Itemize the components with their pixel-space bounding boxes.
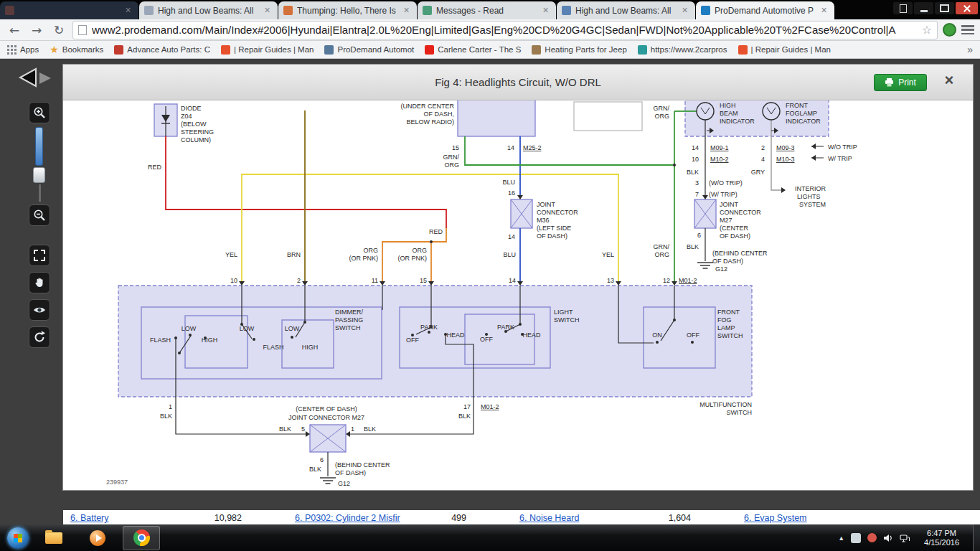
reload-button[interactable]: ↻ <box>50 22 67 39</box>
viewer-close-button[interactable]: × <box>941 72 957 88</box>
tab-favicon <box>144 6 154 15</box>
result-link[interactable]: 6. Evap System <box>744 513 807 524</box>
bookmark-label: Apps <box>20 45 39 54</box>
bookmark-item[interactable]: | Repair Guides | Man <box>221 45 314 55</box>
extension-icon[interactable] <box>943 23 956 37</box>
result-link[interactable]: 6. P0302: Cylinder 2 Misfir <box>295 513 400 524</box>
result-column: 6. Evap System <box>737 510 961 524</box>
bookmark-label: Carlene Carter - The S <box>438 45 521 54</box>
browser-tab[interactable]: High and Low Beams: All× <box>557 1 695 19</box>
close-icon <box>963 4 971 13</box>
refresh-button[interactable] <box>29 326 50 348</box>
blank-component-box <box>574 102 642 131</box>
result-link[interactable]: 6. Battery <box>70 513 109 524</box>
browser-tab[interactable]: Thumping: Hello, There Is× <box>278 1 417 19</box>
tray-app-icon-1[interactable] <box>851 533 861 543</box>
tray-app-icon-2[interactable] <box>867 533 877 542</box>
eye-icon <box>32 303 47 317</box>
minimize-button[interactable] <box>914 2 933 14</box>
connector-link[interactable]: M01-2 <box>679 277 697 284</box>
bookmark-item[interactable]: Carlene Carter - The S <box>425 45 521 55</box>
diagram-label: SYSTEM <box>799 201 826 208</box>
window-page-icon[interactable] <box>893 2 913 14</box>
diagram-label: 6 <box>697 232 701 239</box>
wiring-diagram[interactable]: DIODEZ04(BELOWSTEERINGCOLUMN)RED(UNDER C… <box>63 100 973 490</box>
zoom-slider-thumb[interactable] <box>33 167 45 183</box>
taskbar-chrome-button[interactable] <box>123 526 160 550</box>
diagram-label: YEL <box>225 251 237 258</box>
tab-title: Messages - Read <box>436 6 540 16</box>
connector-link[interactable]: M01-2 <box>481 403 499 410</box>
bookmark-item[interactable]: Advance Auto Parts: C <box>114 45 210 55</box>
tab-close-icon[interactable]: × <box>262 5 273 16</box>
diagram-label: (W/O TRIP) <box>709 179 743 187</box>
diagram-label: BELOW RADIO) <box>406 118 454 126</box>
fit-to-screen-button[interactable] <box>29 245 50 266</box>
diagram-label: FLASH <box>263 344 283 351</box>
highlight-button[interactable] <box>29 299 50 321</box>
tab-favicon <box>423 6 432 15</box>
desktop: ×High and Low Beams: All×Thumping: Hello… <box>0 0 980 551</box>
bookmark-item[interactable]: ProDemand Automot <box>324 45 414 55</box>
network-icon[interactable] <box>900 533 910 543</box>
url-text: www2.prodemand.com/Main/Index#2006|Hyund… <box>92 24 917 36</box>
forward-button[interactable]: → <box>28 22 45 39</box>
taskbar-clock[interactable]: 6:47 PM 4/15/2016 <box>917 529 966 547</box>
tab-close-icon[interactable]: × <box>540 5 551 16</box>
bookmark-star-icon[interactable]: ☆ <box>922 23 932 37</box>
diagram-label: INDICATOR <box>720 118 755 125</box>
browser-menu-icon[interactable] <box>961 25 974 34</box>
pan-button[interactable] <box>29 272 50 293</box>
tab-close-icon[interactable]: × <box>401 5 412 16</box>
bookmark-item[interactable]: | Repair Guides | Man <box>738 45 831 55</box>
tab-close-icon[interactable]: × <box>819 5 829 16</box>
browser-tab[interactable]: Messages - Read× <box>418 1 556 19</box>
diagram-label: FOGLAMP <box>786 110 817 117</box>
wire-arrow <box>616 281 621 286</box>
connector-link[interactable]: M10-3 <box>776 156 795 163</box>
result-link[interactable]: 6. Noise Heard <box>519 513 579 524</box>
tab-close-icon[interactable]: × <box>679 5 690 16</box>
browser-tab[interactable]: High and Low Beams: All× <box>139 1 278 19</box>
wire-arrow <box>811 155 816 161</box>
diagram-label: 7 <box>695 191 699 198</box>
diagram-label: HEAD <box>522 331 541 339</box>
junction-dot <box>673 164 676 166</box>
zoom-out-button[interactable] <box>29 204 50 226</box>
diagram-label: INTERIOR <box>795 185 826 192</box>
maximize-button[interactable] <box>935 2 954 14</box>
bookmark-item[interactable]: ★Bookmarks <box>50 45 103 55</box>
hidden-icons-chevron[interactable]: ▲ <box>838 534 844 542</box>
taskbar-media-player-button[interactable] <box>79 526 116 550</box>
taskbar-explorer-button[interactable] <box>35 526 72 550</box>
bookmark-item[interactable]: https://www.2carpros <box>638 45 727 55</box>
browser-tab[interactable]: ProDemand Automotive P× <box>696 1 834 19</box>
connector-link[interactable]: M09-3 <box>776 144 795 151</box>
address-bar[interactable]: www2.prodemand.com/Main/Index#2006|Hyund… <box>72 21 938 39</box>
prev-figure-arrow[interactable] <box>20 69 36 86</box>
show-desktop-button[interactable] <box>973 524 980 551</box>
connector-link[interactable]: M09-1 <box>710 144 729 151</box>
connector-link[interactable]: M25-2 <box>523 144 542 151</box>
close-button[interactable] <box>956 2 978 14</box>
bookmarks-overflow-icon[interactable]: » <box>967 44 973 55</box>
volume-icon[interactable] <box>883 533 893 543</box>
tab-close-icon[interactable]: × <box>123 5 133 16</box>
bookmark-item[interactable]: Apps <box>7 45 39 55</box>
zoom-slider-track <box>39 184 41 202</box>
wire-arrow <box>702 195 708 199</box>
diagram-label: LOW <box>182 325 197 332</box>
zoom-in-button[interactable] <box>29 102 50 123</box>
print-button[interactable]: Print <box>874 74 927 91</box>
bookmark-item[interactable]: Heating Parts for Jeep <box>532 45 626 55</box>
browser-tab[interactable]: × <box>0 1 138 19</box>
back-button[interactable]: ← <box>6 22 23 39</box>
diagram-label: HIGH <box>720 102 736 109</box>
connector-link[interactable]: M10-2 <box>710 156 729 163</box>
diagram-label: HIGH <box>202 336 218 344</box>
wire-arrow <box>380 281 385 286</box>
start-button[interactable] <box>7 527 29 549</box>
folder-icon <box>45 532 62 544</box>
next-figure-arrow[interactable] <box>39 72 51 84</box>
printer-icon <box>885 78 894 87</box>
